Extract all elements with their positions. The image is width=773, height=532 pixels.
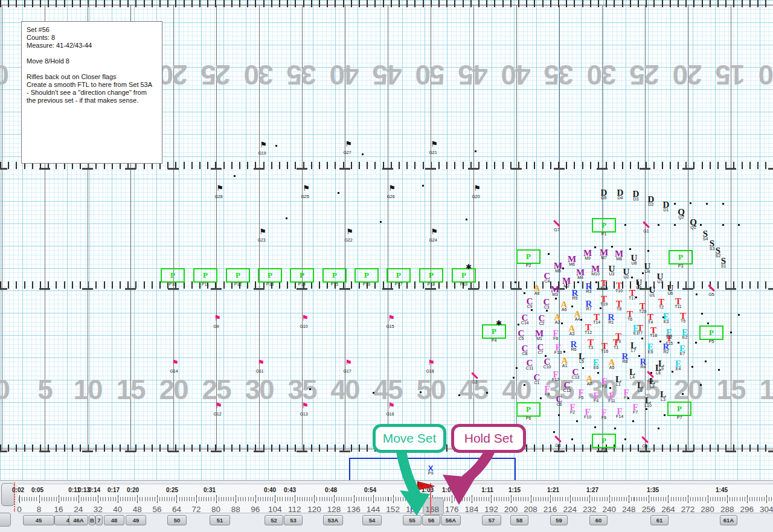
timeline-count-label[interactable]: 224: [563, 505, 577, 514]
timeline-count-label[interactable]: 232: [583, 505, 597, 514]
timeline-count-label[interactable]: 72: [192, 505, 201, 514]
set-button-56[interactable]: 56: [422, 515, 440, 525]
timeline-count-label[interactable]: 88: [231, 505, 240, 514]
guard-flag-icon[interactable]: ⚑: [302, 402, 309, 409]
timeline-count-label[interactable]: 56: [152, 505, 161, 514]
set-button-61[interactable]: 61: [650, 515, 669, 525]
timeline-count-label[interactable]: 48: [133, 505, 142, 514]
timeline-count-label[interactable]: 216: [544, 505, 557, 514]
set-button-B[interactable]: B: [89, 515, 95, 525]
guard-flag-icon[interactable]: ⚑: [474, 184, 481, 192]
guard-flag-icon[interactable]: ⚑: [345, 140, 353, 148]
pit-performer-box[interactable]: P: [516, 402, 540, 417]
pit-performer-box[interactable]: P: [667, 402, 691, 416]
timeline-count-label[interactable]: 120: [307, 505, 321, 514]
pit-performer-box[interactable]: P: [193, 268, 217, 283]
pit-performer-box[interactable]: P: [161, 268, 185, 283]
timeline-count-label[interactable]: 32: [94, 505, 103, 514]
timeline-count-label[interactable]: 304: [760, 505, 773, 514]
pit-performer-box[interactable]: P: [322, 268, 347, 283]
timeline-count-label[interactable]: 176: [445, 505, 459, 514]
timeline-count-label[interactable]: 288: [720, 505, 734, 514]
set-button-48[interactable]: 48: [104, 515, 124, 525]
timeline-count-label[interactable]: 160: [406, 505, 420, 514]
timeline-count-label[interactable]: 64: [172, 505, 181, 514]
playhead-secondary[interactable]: [411, 496, 411, 514]
pit-performer-box[interactable]: P: [386, 268, 411, 283]
pit-performer-box[interactable]: P: [482, 324, 506, 339]
pit-performer-box[interactable]: P: [699, 325, 723, 340]
pit-performer-box[interactable]: P: [452, 268, 476, 283]
timeline-count-label[interactable]: 136: [347, 505, 361, 514]
timeline-count-label[interactable]: 96: [251, 505, 260, 514]
timeline-count-label[interactable]: 264: [661, 505, 675, 514]
timeline-count-label[interactable]: 152: [386, 505, 400, 514]
set-button-58[interactable]: 58: [510, 515, 528, 525]
set-note-box[interactable]: Set #56Counts: 8Measure: 41-42/43-44 Mov…: [21, 21, 162, 164]
pit-performer-box[interactable]: P: [354, 268, 379, 283]
guard-flag-icon[interactable]: ⚑: [389, 184, 396, 192]
guard-flag-icon[interactable]: ⚑: [214, 314, 222, 322]
set-button-60[interactable]: 60: [589, 515, 608, 525]
pit-performer-box[interactable]: P: [592, 218, 616, 232]
timeline-count-label[interactable]: 296: [740, 505, 754, 514]
guard-flag-icon[interactable]: ⚑: [388, 314, 396, 322]
timeline-count-label[interactable]: 240: [603, 505, 617, 514]
timeline-count-label[interactable]: 24: [74, 505, 83, 514]
set-button-50[interactable]: 50: [167, 515, 187, 525]
guard-flag-icon[interactable]: ⚑: [303, 184, 310, 192]
guard-flag-icon[interactable]: ⚑: [172, 359, 179, 367]
set-button-49[interactable]: 49: [126, 515, 146, 525]
set-button-53A[interactable]: 53A: [323, 515, 343, 525]
pit-performer-box[interactable]: P: [516, 249, 540, 264]
set-button-56A[interactable]: 56A: [441, 515, 461, 525]
timeline-count-label[interactable]: 104: [268, 505, 282, 514]
set-button-52[interactable]: 52: [265, 515, 283, 525]
timeline-count-label[interactable]: 128: [327, 505, 341, 514]
guard-flag-icon[interactable]: ⚑: [258, 359, 265, 367]
timeline-count-label[interactable]: 248: [622, 505, 636, 514]
set-button-53[interactable]: 53: [284, 515, 303, 525]
guard-flag-icon[interactable]: ⚑: [345, 359, 353, 367]
set-button-59[interactable]: 59: [550, 515, 568, 525]
set-button-7[interactable]: 7: [95, 515, 103, 525]
guard-rifle-icon[interactable]: [554, 435, 562, 443]
set-button-57[interactable]: 57: [482, 515, 501, 525]
timeline-left-button-2[interactable]: [0, 513, 11, 527]
guard-flag-icon[interactable]: ⚑: [388, 402, 396, 409]
guard-flag-icon[interactable]: ⚑: [260, 141, 268, 149]
timeline-count-label[interactable]: 0: [17, 505, 22, 514]
guard-flag-icon[interactable]: ⚑: [347, 228, 354, 236]
timeline-count-label[interactable]: 200: [504, 505, 518, 514]
guard-rifle-icon[interactable]: [643, 221, 650, 228]
timeline-count-label[interactable]: 280: [701, 505, 714, 514]
pit-performer-box[interactable]: P: [419, 268, 443, 283]
set-button-51[interactable]: 51: [210, 515, 230, 525]
pit-performer-box[interactable]: P: [669, 250, 693, 264]
timeline-count-label[interactable]: 208: [524, 505, 537, 514]
guard-flag-icon[interactable]: ⚑: [428, 359, 435, 367]
set-button-61A[interactable]: 61A: [720, 515, 737, 525]
timeline-count-label[interactable]: 184: [465, 505, 479, 514]
pit-performer-box[interactable]: P: [226, 268, 250, 283]
set-button-55[interactable]: 55: [403, 515, 422, 525]
pit-performer-box[interactable]: P: [592, 434, 616, 448]
timeline-count-label[interactable]: 272: [681, 505, 695, 514]
guard-flag-icon[interactable]: ⚑: [260, 228, 267, 236]
set-button-46A[interactable]: 46A: [69, 515, 88, 525]
set-button-54[interactable]: 54: [362, 515, 382, 525]
set-button-45[interactable]: 45: [23, 515, 54, 525]
timeline-count-label[interactable]: 40: [113, 505, 122, 514]
timeline-count-label[interactable]: 8: [37, 505, 42, 514]
timeline-count-label[interactable]: 144: [367, 505, 380, 514]
pit-performer-box[interactable]: P: [258, 268, 282, 283]
guard-flag-icon[interactable]: ⚑: [302, 314, 309, 322]
timeline-count-label[interactable]: 16: [54, 505, 63, 514]
guard-flag-icon[interactable]: ⚑: [431, 228, 438, 236]
timeline-count-label[interactable]: 80: [211, 505, 220, 514]
timeline-count-label[interactable]: 168: [425, 505, 439, 514]
guard-flag-icon[interactable]: ⚑: [217, 184, 224, 192]
pit-performer-box[interactable]: P: [290, 268, 314, 283]
guard-flag-icon[interactable]: ⚑: [216, 402, 223, 409]
timeline-count-label[interactable]: 112: [288, 505, 301, 514]
